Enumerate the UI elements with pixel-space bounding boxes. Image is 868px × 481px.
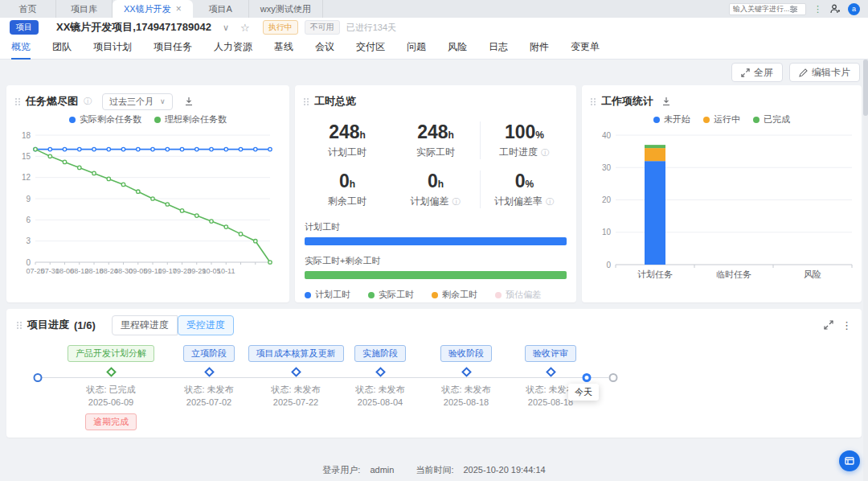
info-icon[interactable]: ⓘ — [540, 148, 550, 158]
toggle-controlled-progress[interactable]: 受控进度 — [178, 315, 234, 335]
stat-value: 0 — [339, 171, 350, 191]
tab-baseline[interactable]: 基线 — [274, 37, 293, 60]
download-icon[interactable] — [661, 97, 671, 106]
invite-user-icon[interactable] — [829, 3, 841, 14]
tab-risks[interactable]: 风险 — [448, 37, 467, 60]
tab-meetings[interactable]: 会议 — [315, 37, 334, 60]
tab-attachments[interactable]: 附件 — [530, 37, 549, 60]
legend-dot — [69, 117, 76, 123]
app-tab-label: 项目A — [209, 3, 232, 15]
star-icon[interactable]: ☆ — [240, 22, 250, 34]
scrollbar[interactable] — [863, 60, 868, 481]
legend-dot — [495, 292, 502, 298]
tab-delivery[interactable]: 交付区 — [356, 37, 385, 60]
tab-human-resources[interactable]: 人力资源 — [214, 37, 252, 60]
stat-unit: h — [360, 130, 366, 141]
app-tab-wxy-test[interactable]: wxy测试使用 — [249, 0, 323, 18]
tab-issues[interactable]: 问题 — [407, 37, 426, 60]
milestone-status-prefix: 状态: — [355, 384, 375, 394]
fullscreen-button[interactable]: 全屏 — [731, 63, 783, 82]
edit-cards-button[interactable]: 编辑卡片 — [789, 63, 860, 82]
chevron-down-icon[interactable]: ∨ — [223, 23, 229, 33]
legend-dot — [368, 292, 375, 298]
app-tab-label: 首页 — [19, 3, 37, 15]
burndown-legend: 实际剩余任务数 理想剩余任务数 — [14, 113, 281, 125]
info-icon[interactable]: ⓘ — [545, 197, 555, 207]
drag-handle-icon[interactable] — [590, 97, 596, 106]
user-avatar[interactable]: a — [848, 3, 860, 15]
stat-plan-deviation: 0h 计划偏差ⓘ — [391, 171, 480, 208]
tab-overview[interactable]: 概览 — [11, 37, 31, 60]
stat-value: 248 — [329, 121, 359, 142]
svg-text:12: 12 — [22, 173, 31, 182]
drag-handle-icon[interactable] — [16, 321, 23, 330]
close-icon[interactable]: × — [176, 3, 182, 14]
stat-unit: h — [438, 179, 444, 190]
milestone-date: 2025-08-18 — [528, 396, 573, 409]
legend-dot — [703, 117, 710, 123]
dashboard-cards: 任务燃尽图 ⓘ 过去三个月 ∨ 实际剩余任务数 理想剩余任务数 03691215… — [6, 85, 862, 302]
range-select[interactable]: 过去三个月 ∨ — [102, 93, 173, 110]
overview-toolbar: 全屏 编辑卡片 — [0, 60, 868, 85]
milestone-name-badge[interactable]: 验收评审 — [525, 345, 576, 362]
milestone-diamond-icon[interactable] — [375, 367, 386, 377]
info-icon[interactable]: ⓘ — [452, 197, 461, 207]
info-icon[interactable]: ⓘ — [83, 97, 92, 106]
milestone-name-badge[interactable]: 验收阶段 — [440, 345, 492, 362]
milestone-diamond-icon[interactable] — [546, 367, 556, 377]
more-menu-icon[interactable]: ⋮ — [813, 4, 822, 14]
panel-icon — [845, 456, 854, 466]
tab-project-plan[interactable]: 项目计划 — [93, 37, 132, 60]
project-duration: 已进行134天 — [346, 22, 396, 34]
search-input[interactable] — [733, 5, 789, 13]
milestone-diamond-icon[interactable] — [461, 367, 472, 377]
stat-unit: h — [350, 179, 355, 190]
stat-label: 计划偏差率 — [494, 195, 542, 208]
work-item-chart: 010203040计划任务临时任务风险 — [590, 125, 862, 290]
project-header: 项目 XX镜片开发项目,1749471789042 ∨ ☆ 执行中 不可用 已进… — [0, 18, 868, 37]
floating-panel-button[interactable] — [839, 450, 860, 471]
global-search[interactable] — [729, 3, 806, 15]
svg-text:40: 40 — [602, 131, 612, 140]
app-tab-label: wxy测试使用 — [260, 3, 311, 15]
legend-dot — [653, 117, 660, 123]
tab-change-orders[interactable]: 变更单 — [571, 37, 600, 60]
progress-toggle: 里程碑进度 受控进度 — [112, 315, 234, 335]
pencil-icon — [799, 68, 808, 77]
milestone-name-badge[interactable]: 立项阶段 — [183, 345, 235, 362]
app-tab-label: XX镜片开发 — [124, 3, 171, 15]
download-icon[interactable] — [184, 97, 194, 106]
drag-handle-icon[interactable] — [14, 97, 21, 106]
app-tab-home[interactable]: 首页 — [0, 0, 56, 18]
milestone-diamond-icon[interactable] — [291, 367, 301, 377]
milestone-status: 未发布 — [465, 384, 491, 394]
drag-handle-icon[interactable] — [303, 97, 309, 106]
stat-label: 工时进度 — [499, 146, 538, 159]
project-progress-card: 项目进度 (1/6) 里程碑进度 受控进度 ⋮ 产品开发计划分解 状态: 已完成… — [6, 309, 862, 438]
milestone-name-badge[interactable]: 产品开发计划分解 — [68, 345, 154, 362]
expand-icon[interactable] — [824, 320, 833, 330]
filter-icon[interactable] — [789, 5, 798, 14]
app-tab-project-a[interactable]: 项目A — [193, 0, 249, 18]
app-tab-project-library[interactable]: 项目库 — [56, 0, 113, 18]
milestone-diamond-icon[interactable] — [106, 367, 117, 377]
scrollbar-thumb[interactable] — [863, 60, 868, 116]
more-menu-icon[interactable]: ⋮ — [841, 319, 852, 331]
tab-team[interactable]: 团队 — [52, 37, 72, 60]
legend-label: 理想剩余任务数 — [165, 113, 227, 125]
tab-logs[interactable]: 日志 — [489, 37, 508, 60]
svg-text:0: 0 — [606, 261, 611, 269]
app-tab-current-project[interactable]: XX镜片开发 × — [113, 0, 193, 18]
legend-dot — [154, 117, 161, 123]
tab-project-tasks[interactable]: 项目任务 — [154, 37, 192, 60]
milestone-name-badge[interactable]: 实施阶段 — [354, 345, 406, 362]
milestone-status: 已完成 — [109, 384, 136, 394]
milestone-timeline: 产品开发计划分解 状态: 已完成 2025-06-09 逾期完成 立项阶段 状态… — [16, 345, 852, 435]
milestone-diamond-icon[interactable] — [204, 367, 215, 377]
footer-user-label: 登录用户: — [322, 465, 360, 475]
stat-label: 计划偏差 — [411, 195, 449, 208]
milestone-status: 未发布 — [379, 384, 405, 394]
toggle-milestone-progress[interactable]: 里程碑进度 — [112, 315, 178, 335]
status-badge-disabled: 不可用 — [305, 20, 340, 35]
bar-label-planned: 计划工时 — [305, 221, 567, 233]
